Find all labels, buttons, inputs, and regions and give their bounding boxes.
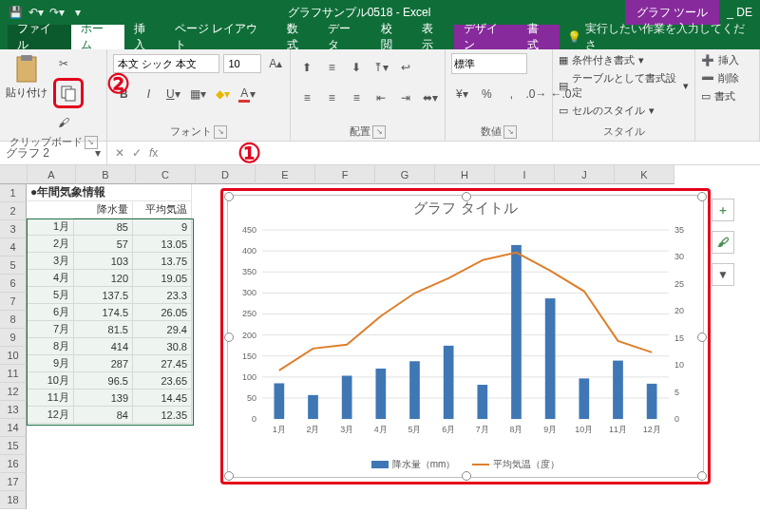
chevron-down-icon[interactable]: ▾ <box>95 146 101 160</box>
redo-icon[interactable]: ↷▾ <box>49 5 65 20</box>
cell[interactable]: ●年間気象情報 <box>27 184 192 201</box>
row-header[interactable]: 14 <box>0 419 27 437</box>
cell[interactable]: 27.45 <box>133 355 192 372</box>
cell[interactable]: 174.5 <box>74 304 133 321</box>
align-left-icon[interactable]: ≡ <box>296 87 317 108</box>
cell[interactable]: 414 <box>74 338 133 355</box>
column-headers[interactable]: ABCDEFGHIJK <box>0 165 674 184</box>
font-size-input[interactable] <box>223 54 261 73</box>
indent-inc-icon[interactable]: ⇥ <box>395 87 416 108</box>
chart-object[interactable]: グラフ タイトル 5010015020025030035040045000510… <box>227 195 704 478</box>
cut-button[interactable]: ✂ <box>53 53 74 74</box>
cell[interactable]: 84 <box>74 407 133 424</box>
chart-elements-button[interactable]: ＋ <box>712 199 734 221</box>
cell[interactable]: 5月 <box>27 287 74 304</box>
grow-font-icon[interactable]: A▴ <box>265 53 286 74</box>
orientation-icon[interactable]: ⤒▾ <box>370 57 391 78</box>
format-cells-button[interactable]: ▭書式 <box>701 89 739 104</box>
tab-data[interactable]: データ <box>318 25 370 49</box>
align-dialog-icon[interactable]: ↘ <box>372 125 386 139</box>
copy-button[interactable] <box>53 78 84 108</box>
currency-icon[interactable]: ¥▾ <box>451 84 472 104</box>
cell[interactable]: 8月 <box>27 338 74 355</box>
align-center-icon[interactable]: ≡ <box>321 87 342 108</box>
cell[interactable]: 139 <box>74 390 133 407</box>
cell[interactable]: 23.3 <box>133 287 192 304</box>
tab-page-layout[interactable]: ページ レイアウト <box>165 25 277 49</box>
chart-filter-button[interactable]: ▼ <box>712 263 734 286</box>
chart-styles-button[interactable]: 🖌 <box>712 231 734 254</box>
save-icon[interactable]: 💾 <box>8 5 23 20</box>
chart-title[interactable]: グラフ タイトル <box>228 200 703 218</box>
cell[interactable]: 降水量 <box>74 201 133 218</box>
delete-cells-button[interactable]: ➖削除 <box>701 71 739 86</box>
inc-decimal-icon[interactable]: .0→ <box>525 84 546 104</box>
number-dialog-icon[interactable]: ↘ <box>504 125 517 139</box>
row-header[interactable]: 6 <box>0 275 27 293</box>
row-header[interactable]: 8 <box>0 311 27 329</box>
cell[interactable]: 1月 <box>27 218 74 236</box>
cell[interactable]: 4月 <box>27 270 74 287</box>
format-as-table-button[interactable]: ▤テーブルとして書式設定▾ <box>559 71 689 100</box>
border-button[interactable]: ▦▾ <box>187 84 208 104</box>
row-header[interactable]: 5 <box>0 256 27 275</box>
row-header[interactable]: 18 <box>0 491 27 509</box>
comma-icon[interactable]: , <box>501 84 522 104</box>
fx-icon[interactable]: fx <box>149 146 158 160</box>
cell[interactable]: 81.5 <box>74 321 133 338</box>
number-format-select[interactable] <box>451 53 527 74</box>
row-header[interactable]: 12 <box>0 383 27 401</box>
row-header[interactable]: 13 <box>0 401 27 419</box>
cell[interactable]: 19.05 <box>133 270 192 287</box>
row-header[interactable]: 9 <box>0 329 27 347</box>
cell[interactable]: 12.35 <box>133 407 192 424</box>
row-header[interactable]: 2 <box>0 202 27 220</box>
row-header[interactable]: 10 <box>0 347 27 365</box>
row-header[interactable]: 15 <box>0 437 27 455</box>
row-header[interactable]: 1 <box>0 184 27 202</box>
chart-legend[interactable]: 降水量（mm） 平均気温（度） <box>228 458 703 471</box>
legend-item-bar[interactable]: 降水量（mm） <box>371 458 456 471</box>
merge-button[interactable]: ⬌▾ <box>420 87 441 108</box>
confirm-icon[interactable]: ✓ <box>132 146 142 160</box>
align-middle-icon[interactable]: ≡ <box>321 57 342 78</box>
cell[interactable]: 30.8 <box>133 338 192 355</box>
select-all[interactable] <box>0 165 28 184</box>
row-header[interactable]: 17 <box>0 473 27 491</box>
cell[interactable]: 57 <box>74 236 133 253</box>
chart-plot-area[interactable]: 5010015020025030035040045000510152025303… <box>262 230 669 419</box>
percent-icon[interactable]: % <box>476 84 497 104</box>
cell[interactable]: 12月 <box>27 407 74 424</box>
tab-chart-design[interactable]: デザイン <box>454 25 518 49</box>
col-header[interactable]: D <box>196 165 256 184</box>
italic-button[interactable]: I <box>138 84 159 104</box>
row-header[interactable]: 16 <box>0 455 27 473</box>
tab-formulas[interactable]: 数式 <box>277 25 319 49</box>
col-header[interactable]: J <box>555 165 615 184</box>
conditional-format-button[interactable]: ▦条件付き書式▾ <box>559 53 689 67</box>
col-header[interactable]: K <box>615 165 674 184</box>
paste-button[interactable]: 貼り付け <box>6 53 48 100</box>
align-bottom-icon[interactable]: ⬇ <box>346 57 367 78</box>
cell[interactable]: 26.05 <box>133 304 192 321</box>
col-header[interactable]: G <box>375 165 435 184</box>
tab-home[interactable]: ホーム <box>71 25 124 49</box>
row-header[interactable]: 7 <box>0 293 27 311</box>
worksheet[interactable]: ABCDEFGHIJK 123456789101112131415161718 … <box>0 165 760 532</box>
cell[interactable]: 3月 <box>27 253 74 270</box>
cell[interactable]: 7月 <box>27 321 74 338</box>
legend-item-line[interactable]: 平均気温（度） <box>472 458 560 471</box>
col-header[interactable]: I <box>495 165 555 184</box>
cell[interactable]: 120 <box>74 270 133 287</box>
cell[interactable]: 29.4 <box>133 321 192 338</box>
cell[interactable]: 9 <box>133 218 192 236</box>
cell[interactable]: 103 <box>74 253 133 270</box>
row-header[interactable]: 4 <box>0 238 27 256</box>
tell-me[interactable]: 💡実行したい作業を入力してくださ <box>560 21 760 53</box>
col-header[interactable]: B <box>76 165 136 184</box>
tab-review[interactable]: 校閲 <box>371 25 413 49</box>
col-header[interactable]: F <box>315 165 375 184</box>
qat-customize-icon[interactable]: ▾ <box>70 5 86 20</box>
cell[interactable]: 11月 <box>27 390 74 407</box>
align-top-icon[interactable]: ⬆ <box>296 57 317 78</box>
